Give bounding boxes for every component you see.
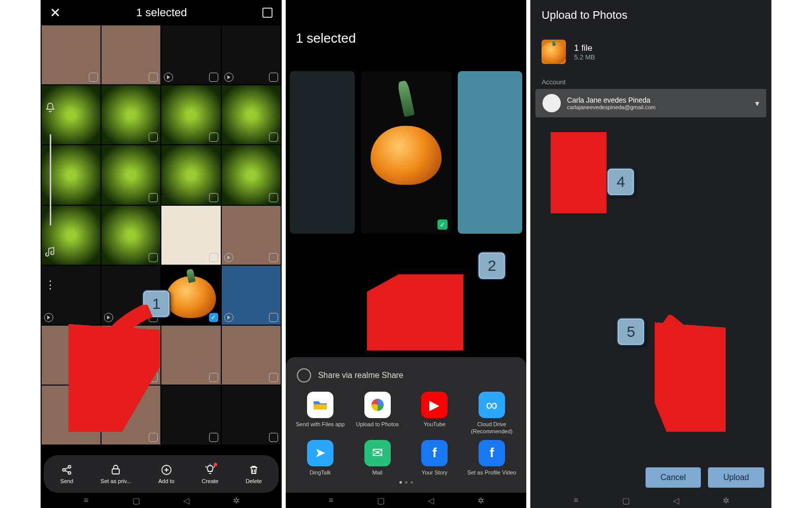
back-icon[interactable]: ◁ [671,496,681,505]
home-icon[interactable]: ▢ [131,496,141,505]
chevron-down-icon: ▾ [755,99,759,108]
create-button[interactable]: Create [201,464,218,484]
add-to-button[interactable]: Add to [158,464,175,484]
share-upload-photos[interactable]: Upload to Photos [351,392,404,434]
back-icon[interactable]: ◁ [182,496,191,505]
share-mail[interactable]: ✉ Mail [351,440,404,476]
checkbox-icon[interactable] [209,73,218,82]
music-icon[interactable] [44,246,56,258]
grid-thumb[interactable] [161,326,220,385]
checkbox-icon[interactable] [209,373,218,382]
realme-share-label: Share via realme Share [318,371,403,380]
annotation-arrow-1 [69,305,160,432]
file-thumbnail [542,40,566,64]
checkbox-icon[interactable] [149,433,158,442]
close-icon[interactable]: ✕ [50,5,61,21]
checkbox-icon[interactable] [209,133,218,142]
files-app-icon [307,392,333,418]
account-email: carlajaneevedespineda@gmail.com [567,104,749,110]
grid-thumb[interactable] [222,25,281,84]
file-size: 5.2 MB [574,53,595,61]
svg-rect-3 [112,469,119,474]
back-icon[interactable]: ◁ [426,496,435,505]
broadcast-icon [297,368,311,383]
share-label: Cloud Drive (Recommended) [465,421,519,434]
recent-apps-icon[interactable]: ≡ [571,496,581,505]
recent-apps-icon[interactable]: ≡ [326,496,335,505]
grid-thumb[interactable] [222,326,281,385]
checkbox-icon[interactable] [269,433,278,442]
share-profile-video[interactable]: f Set as Profile Video [465,440,519,476]
checkbox-icon[interactable] [149,133,158,142]
account-selector[interactable]: Carla Jane evedes Pineda carlajaneevedes… [535,89,766,117]
share-sheet: Share via realme Share Send with Files a… [286,357,527,493]
send-button[interactable]: Send [60,464,74,484]
share-your-story[interactable]: f Your Story [408,440,461,476]
screen-upload-dialog: Upload to Photos 1 file 5.2 MB Account C… [530,0,771,508]
selection-count-title: 1 selected [136,6,187,19]
grid-thumb[interactable] [161,386,220,444]
realme-share-row[interactable]: Share via realme Share [291,368,522,392]
grid-thumb[interactable] [161,85,220,144]
set-private-button[interactable]: Set as priv... [100,464,131,484]
checkbox-icon[interactable] [149,253,158,262]
home-icon[interactable]: ▢ [621,496,630,505]
preview-thumb[interactable] [458,71,523,234]
share-label: DingTalk [310,469,331,476]
checkbox-icon[interactable] [89,73,98,82]
grid-thumb[interactable] [42,25,100,84]
grid-thumb[interactable] [222,206,281,265]
selected-thumbs-row [286,71,527,234]
recent-apps-icon[interactable]: ≡ [82,496,91,505]
more-icon[interactable]: ⋮ [45,278,56,292]
checkbox-icon[interactable] [269,313,278,322]
facebook-profile-icon: f [479,440,505,466]
preview-thumb-selected[interactable] [361,71,452,234]
cloud-drive-icon: ∞ [479,392,505,418]
grid-thumb[interactable] [101,206,160,265]
select-all-icon[interactable] [262,8,273,18]
checkbox-icon[interactable] [149,193,158,202]
share-files-app[interactable]: Send with Files app [294,392,347,434]
bell-icon[interactable] [44,102,56,114]
checkbox-icon[interactable] [209,433,218,442]
upload-button[interactable]: Upload [708,467,764,488]
account-name: Carla Jane evedes Pineda [567,96,749,104]
grid-thumb[interactable] [101,85,160,144]
grid-thumb[interactable] [161,145,220,204]
delete-button[interactable]: Delete [246,464,262,484]
accessibility-icon[interactable]: ✲ [477,496,486,505]
checkbox-icon[interactable] [149,73,158,82]
preview-thumb[interactable] [290,71,355,234]
grid-thumb[interactable] [101,145,160,204]
checkbox-icon[interactable] [269,193,278,202]
checkbox-icon[interactable] [269,373,278,382]
accessibility-icon[interactable]: ✲ [721,496,730,505]
set-private-label: Set as priv... [100,478,131,484]
share-dingtalk[interactable]: ➤ DingTalk [294,440,347,476]
grid-thumb[interactable] [222,145,281,204]
grid-thumb[interactable] [222,386,281,444]
checkbox-icon[interactable] [209,193,218,202]
grid-thumb[interactable] [101,25,160,84]
checkbox-checked-icon[interactable] [209,313,218,322]
accessibility-icon[interactable]: ✲ [231,496,241,505]
grid-thumb[interactable] [222,85,281,144]
checkbox-checked-icon[interactable] [437,219,448,230]
grid-thumb[interactable] [161,206,220,265]
home-icon[interactable]: ▢ [377,496,386,505]
checkbox-icon[interactable] [269,253,278,262]
checkbox-icon[interactable] [269,73,278,82]
screen-share-sheet: 1 selected Share via realme Share Send w… [286,0,527,508]
checkbox-icon[interactable] [269,133,278,142]
cancel-button[interactable]: Cancel [646,467,701,488]
share-cloud-drive[interactable]: ∞ Cloud Drive (Recommended) [465,392,519,434]
youtube-icon: ▶ [421,392,448,418]
delete-label: Delete [246,478,262,484]
grid-thumb[interactable] [222,266,281,325]
share-youtube[interactable]: ▶ YouTube [408,392,461,434]
dialog-buttons: Cancel Upload [646,467,765,488]
scroll-indicator[interactable] [50,134,51,226]
grid-thumb[interactable] [161,25,220,84]
checkbox-icon[interactable] [209,253,218,262]
